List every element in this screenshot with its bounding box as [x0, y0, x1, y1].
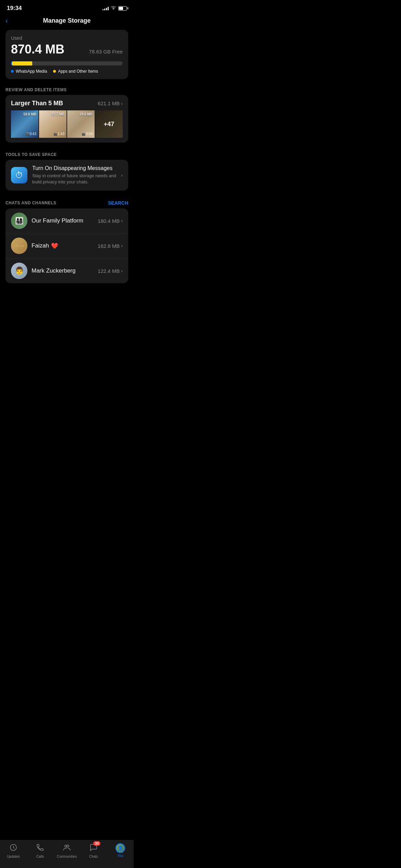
legend-whatsapp-media: WhatsApp Media — [11, 69, 47, 74]
review-title: Larger Than 5 MB — [11, 100, 63, 107]
thumb-time-3: 🎬 3:04 — [82, 132, 93, 136]
free-amount: 78.63 GB Free — [89, 49, 123, 55]
used-amount: 870.4 MB 78.63 GB Free — [11, 42, 123, 57]
status-time: 19:34 — [7, 5, 22, 12]
chat-avatar-faizah: 𝓔Gold — [11, 238, 27, 254]
thumb-size-2: 37.7 MB — [51, 112, 64, 116]
storage-legend: WhatsApp Media Apps and Other Items — [11, 69, 123, 74]
disappearing-messages-icon: ⏱ — [11, 167, 27, 183]
thumb-time-1: 🎬 0:43 — [25, 132, 36, 136]
page-title: Manage Storage — [43, 17, 90, 24]
chat-name-mark: Mark Zuckerberg — [32, 267, 94, 274]
thumb-size-1: 59.8 MB — [23, 112, 36, 116]
chat-name-family: Our Family Platform — [32, 217, 94, 224]
thumb-size-3: 29.6 MB — [80, 112, 93, 116]
chats-section-label: CHATS AND CHANNELS — [5, 201, 56, 205]
chat-name-faizah: Faizah ❤️ — [32, 242, 94, 250]
wifi-icon — [111, 6, 116, 11]
status-bar: 19:34 — [0, 0, 134, 14]
thumb-time-2: 🎬 1:43 — [53, 132, 64, 136]
media-thumb-3[interactable]: 29.6 MB 🎬 3:04 — [67, 110, 95, 138]
tools-card[interactable]: ⏱ Turn On Disappearing Messages Stay in … — [5, 160, 128, 191]
legend-dot-yellow — [53, 70, 56, 73]
chevron-right-icon: › — [121, 218, 123, 224]
signal-icon — [102, 6, 109, 10]
back-button[interactable]: ‹ — [5, 17, 8, 25]
media-grid: 59.8 MB 🎬 0:43 37.7 MB 🎬 1:43 29.6 MB 🎬 … — [5, 110, 128, 143]
video-icon-2: 🎬 — [53, 132, 57, 136]
video-icon-1: 🎬 — [25, 132, 29, 136]
search-button[interactable]: SEARCH — [108, 200, 128, 206]
review-card[interactable]: Larger Than 5 MB 621.1 MB › 59.8 MB 🎬 0:… — [5, 95, 128, 143]
chevron-right-icon: › — [121, 268, 123, 274]
tools-content: Turn On Disappearing Messages Stay in co… — [32, 165, 116, 185]
more-items-overlay: +47 — [95, 110, 123, 138]
chats-section-header: CHATS AND CHANNELS SEARCH — [0, 200, 134, 206]
storage-bar — [11, 61, 123, 65]
chevron-right-icon: › — [121, 172, 123, 178]
chevron-right-icon: › — [121, 101, 123, 106]
used-label: Used — [11, 35, 123, 41]
tools-section-label: TOOLS TO SAVE SPACE — [0, 152, 134, 157]
media-thumb-1[interactable]: 59.8 MB 🎬 0:43 — [11, 110, 38, 138]
legend-dot-blue — [11, 70, 14, 73]
media-thumb-4[interactable]: +47 — [95, 110, 123, 138]
tools-title: Turn On Disappearing Messages — [32, 165, 116, 171]
review-section-label: REVIEW AND DELETE ITEMS — [0, 87, 134, 92]
chats-list: 👨‍👩‍👧‍👦 Our Family Platform 180.4 MB › 𝓔… — [5, 208, 128, 283]
chat-size-mark: 122.4 MB › — [98, 268, 123, 274]
review-size: 621.1 MB › — [98, 100, 123, 106]
chevron-right-icon: › — [121, 243, 123, 249]
media-thumb-2[interactable]: 37.7 MB 🎬 1:43 — [39, 110, 66, 138]
legend-apps-other: Apps and Other Items — [53, 69, 98, 74]
chat-size-faizah: 162.8 MB › — [98, 243, 123, 249]
status-icons — [102, 6, 127, 11]
video-icon-3: 🎬 — [82, 132, 85, 136]
storage-card: Used 870.4 MB 78.63 GB Free WhatsApp Med… — [5, 30, 128, 79]
chat-avatar-mark: 👨 — [11, 263, 27, 279]
faizah-emoji: ❤️ — [51, 242, 58, 250]
chat-avatar-family: 👨‍👩‍👧‍👦 — [11, 213, 27, 229]
chat-item-family[interactable]: 👨‍👩‍👧‍👦 Our Family Platform 180.4 MB › — [5, 208, 128, 233]
page-header: ‹ Manage Storage — [0, 14, 134, 30]
tools-subtitle: Stay in control of future storage needs … — [32, 173, 116, 185]
battery-icon — [118, 6, 127, 11]
review-header: Larger Than 5 MB 621.1 MB › — [5, 95, 128, 110]
chat-size-family: 180.4 MB › — [98, 218, 123, 224]
chat-item-faizah[interactable]: 𝓔Gold Faizah ❤️ 162.8 MB › — [5, 233, 128, 258]
chat-item-mark[interactable]: 👨 Mark Zuckerberg 122.4 MB › — [5, 258, 128, 283]
bar-apps-other — [12, 61, 32, 65]
